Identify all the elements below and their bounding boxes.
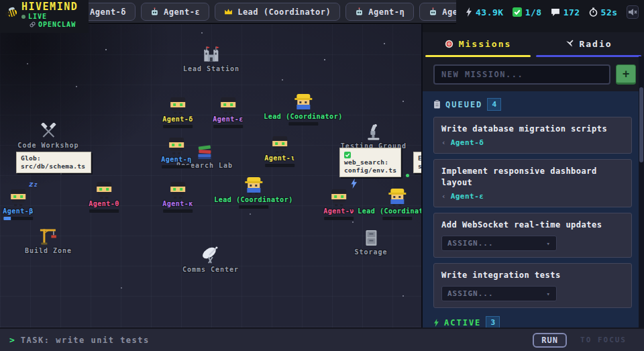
agent-name: Lead (Coordinator) (264, 113, 342, 120)
microscope-icon (366, 123, 382, 141)
focus-hint: TO FOCUS (580, 336, 627, 344)
tab-radio[interactable]: Radio (533, 32, 644, 55)
map-agent-lead-2[interactable]: Lead (Coordinator) (214, 177, 292, 209)
panel-top-gap (423, 24, 644, 32)
new-mission-input[interactable] (433, 64, 610, 85)
agent-name: Agent-ι (264, 154, 295, 162)
worker-sprite (270, 136, 289, 153)
live-status: LIVE (21, 13, 78, 20)
map-agent-beta[interactable]: zz Agent-β (3, 177, 34, 220)
map-agent-epsilon[interactable]: Agent-ε (213, 97, 244, 128)
assignee-name: Agent-ε (451, 192, 484, 201)
radio-dish-icon (565, 40, 574, 48)
chevron-down-icon: ▾ (547, 240, 551, 247)
satellite-dish-icon (200, 246, 221, 264)
link-icon (30, 21, 36, 28)
queued-section-header: QUEUED 4 (433, 98, 632, 111)
map-agent-theta[interactable]: Agent-θ (89, 181, 119, 213)
panel-scrollbar[interactable] (639, 56, 644, 328)
mission-card[interactable]: Implement responsive dashboard layout ‹ … (433, 159, 632, 207)
hivemind-app: Agent-δ Agent-ε Lead (Coordinator) Agent… (0, 0, 644, 351)
tab-label: Agent-ε (164, 7, 200, 17)
agent-name: Agent-δ (162, 115, 193, 123)
books-icon (196, 145, 213, 160)
agent-name: Agent-β (3, 207, 34, 215)
current-task-text: TASK: write unit tests (21, 336, 150, 345)
lead-sprite (294, 94, 313, 111)
check-icon (344, 152, 351, 158)
agent-progress-bar (3, 217, 33, 220)
tab-label: Agent-η (368, 7, 405, 17)
stat-messages: 172 (551, 7, 580, 17)
new-mission-row: + (423, 58, 644, 91)
map-agent-lead-1[interactable]: Lead (Coordinator) (264, 94, 342, 126)
agent-progress-bar (265, 164, 294, 167)
building-comms-center: Comms Center (182, 246, 239, 273)
run-button[interactable]: RUN (533, 333, 567, 348)
chat-icon (551, 8, 560, 17)
building-label: Code Workshop (17, 142, 78, 149)
worker-sprite (219, 97, 237, 114)
stat-timer: 52s (589, 7, 618, 17)
building-label: Lead Station (183, 65, 239, 72)
tab-agent-epsilon[interactable]: Agent-ε (141, 3, 209, 21)
tooltip-glob: Glob: src/db/schema.ts (16, 152, 91, 173)
map-agent-iota[interactable]: Agent-ι (264, 136, 295, 167)
agent-name: Lead (Coordinator) (358, 207, 421, 215)
mute-button[interactable] (627, 5, 639, 19)
mission-card[interactable]: Write database migration scripts ‹ Agent… (433, 117, 632, 154)
agent-tab-strip: Agent-δ Agent-ε Lead (Coordinator) Agent… (67, 3, 484, 21)
agent-name: Agent-θ (89, 200, 119, 207)
top-bar: Agent-δ Agent-ε Lead (Coordinator) Agent… (0, 0, 644, 24)
building-code-workshop: Code Workshop (17, 123, 78, 149)
agent-progress-bar (163, 125, 193, 128)
logo-block: HIVEMIND LIVE OPENCLAW (0, 0, 89, 33)
world-map[interactable]: Lead Station Code Workshop Research Lab … (0, 24, 421, 328)
agent-progress-bar (162, 165, 191, 168)
stopwatch-icon (589, 7, 598, 17)
agent-progress-bar (382, 217, 412, 220)
tab-lead-coordinator[interactable]: Lead (Coordinator) (215, 3, 340, 21)
worker-sprite (168, 97, 187, 114)
stats-bar: 43.9K 1/8 172 52s (456, 0, 644, 24)
tab-missions[interactable]: Missions (423, 32, 533, 55)
green-dot (406, 174, 409, 177)
agent-name: Agent-ν (323, 207, 354, 215)
tab-agent-eta[interactable]: Agent-η (345, 3, 414, 21)
scrollbar-thumb[interactable] (639, 87, 643, 162)
bee-icon (4, 5, 19, 19)
map-agent-lead-3[interactable]: Lead (Coordinator) (358, 177, 421, 220)
live-dot (21, 15, 25, 19)
building-lead-station: Lead Station (183, 46, 239, 72)
map-agent-delta[interactable]: Agent-δ (162, 97, 193, 128)
missions-tab-underline (425, 55, 531, 57)
mission-card[interactable]: Write integration tests ASSIGN... ▾ (433, 263, 632, 308)
assign-dropdown[interactable]: ASSIGN... ▾ (441, 286, 557, 301)
worker-sprite (167, 137, 186, 154)
tooltip-clipped: E s (413, 152, 421, 173)
radio-tab-underline (536, 55, 641, 57)
tab-label: Lead (Coordinator) (237, 7, 331, 17)
agent-progress-bar (239, 205, 268, 209)
assign-dropdown[interactable]: ASSIGN... ▾ (441, 236, 557, 251)
agent-progress-bar (324, 217, 354, 220)
openclaw-link[interactable]: OPENCLAW (30, 21, 78, 28)
assignee-caret-icon: ‹ (441, 138, 446, 147)
lead-sprite (388, 189, 407, 206)
castle-icon (202, 46, 221, 64)
worker-sprite (95, 181, 113, 199)
building-build-zone: Build Zone (25, 227, 72, 254)
assignee-name: Agent-δ (451, 138, 484, 147)
map-agent-nu[interactable]: Agent-ν (323, 177, 354, 220)
add-mission-button[interactable]: + (616, 64, 636, 85)
assignee-caret-icon: ‹ (441, 192, 446, 201)
map-agent-kappa[interactable]: Agent-κ (162, 181, 193, 213)
agent-progress-bar (288, 122, 318, 126)
active-bolt-icon (433, 319, 439, 327)
hammers-icon (40, 123, 57, 140)
mission-card[interactable]: Add WebSocket real-time updates ASSIGN..… (433, 213, 632, 258)
check-icon (513, 7, 522, 17)
cabinet-icon (364, 229, 378, 247)
map-agent-eta[interactable]: Agent-η (161, 137, 192, 168)
building-label: Storage (354, 248, 387, 256)
